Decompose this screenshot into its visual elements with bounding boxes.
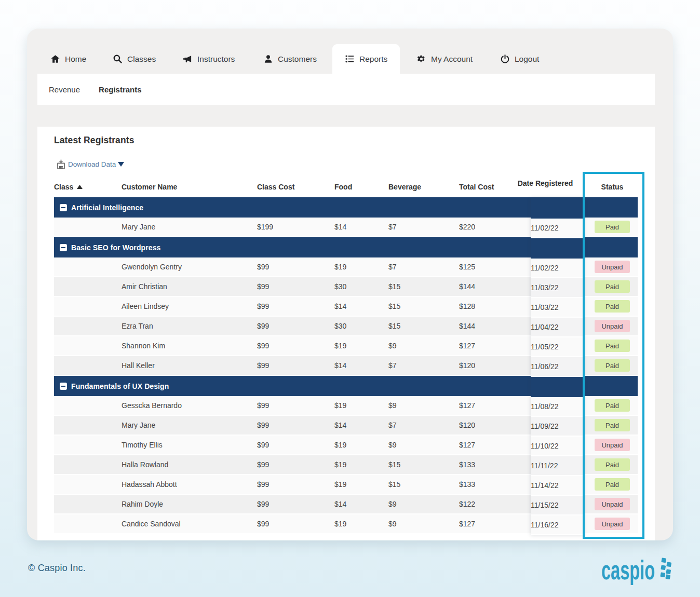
cell-class (54, 514, 122, 533)
status-badge: Paid (595, 458, 630, 471)
cell-total-cost: $120 (459, 356, 519, 375)
nav-item-my-account[interactable]: My Account (416, 44, 473, 74)
download-label: Download Data (68, 160, 116, 168)
cell-beverage: $9 (388, 495, 459, 513)
cell-food: $14 (334, 495, 388, 513)
column-header-beverage[interactable]: Beverage (388, 177, 459, 197)
cell-food: $19 (334, 455, 388, 474)
cell-status: Paid (585, 277, 639, 296)
cell-beverage: $15 (388, 317, 459, 335)
cell-class (54, 336, 122, 355)
cell-customer-name: Gwendolyn Gentry (122, 257, 257, 276)
cell-class-cost: $99 (257, 475, 334, 494)
date-registered-column-overlay: 11/02/2211/02/2211/03/2211/03/2211/04/22… (531, 198, 584, 535)
nav-item-label: Home (65, 55, 86, 64)
nav-item-logout[interactable]: Logout (500, 44, 539, 74)
cell-total-cost: $220 (459, 218, 519, 236)
collapse-icon[interactable] (60, 204, 67, 211)
column-header-class-cost[interactable]: Class Cost (257, 177, 334, 197)
page-title: Latest Registrants (54, 135, 134, 146)
cell-date-registered: 11/08/22 (531, 397, 584, 417)
nav-item-label: Instructors (197, 55, 235, 64)
nav-item-classes[interactable]: Classes (113, 44, 156, 74)
collapse-icon[interactable] (60, 383, 67, 390)
cell-total-cost: $133 (459, 455, 519, 474)
cell-class (54, 455, 122, 474)
cell-class-cost: $99 (257, 257, 334, 276)
cell-beverage: $15 (388, 455, 459, 474)
cell-class (54, 356, 122, 375)
cell-total-cost: $125 (459, 257, 519, 276)
column-header-total-cost[interactable]: Total Cost (459, 177, 519, 197)
nav-item-home[interactable]: Home (50, 44, 86, 74)
megaphone-icon (182, 54, 193, 64)
cell-total-cost: $133 (459, 475, 519, 494)
cell-total-cost: $127 (459, 436, 519, 454)
cell-status: Unpaid (585, 495, 639, 513)
cell-class-cost: $99 (257, 317, 334, 335)
search-icon (113, 54, 123, 64)
date-column-group-band (531, 198, 584, 219)
cell-beverage: $7 (388, 218, 459, 236)
copyright-text: © Caspio Inc. (28, 563, 86, 574)
cell-date-registered: 11/11/22 (531, 456, 584, 476)
cell-class-cost: $99 (257, 396, 334, 415)
list-icon (345, 54, 355, 64)
cell-customer-name: Timothy Ellis (122, 436, 257, 454)
caspio-logo-dots (660, 558, 671, 579)
cell-status: Unpaid (585, 317, 639, 335)
status-badge: Paid (595, 359, 630, 372)
cell-class (54, 257, 122, 276)
subnav-item-registrants[interactable]: Registrants (99, 85, 142, 94)
status-badge: Paid (595, 419, 630, 431)
cell-date-registered: 11/03/22 (531, 278, 584, 298)
subnav-item-revenue[interactable]: Revenue (49, 85, 80, 94)
status-badge: Paid (595, 300, 630, 313)
status-badge: Unpaid (595, 498, 630, 510)
status-badge: Unpaid (595, 261, 630, 273)
cell-total-cost: $120 (459, 416, 519, 435)
caret-down-icon (118, 162, 124, 167)
cell-date-registered: 11/14/22 (531, 476, 584, 496)
cell-class (54, 317, 122, 335)
cell-date-registered: 11/03/22 (531, 298, 584, 318)
cell-customer-name: Shannon Kim (122, 336, 257, 355)
cell-total-cost: $127 (459, 514, 519, 533)
cell-total-cost: $128 (459, 297, 519, 316)
status-badge: Unpaid (595, 518, 630, 530)
cell-class (54, 218, 122, 236)
nav-item-label: My Account (431, 55, 473, 64)
column-header-customer-name[interactable]: Customer Name (122, 177, 257, 197)
cell-status: Unpaid (585, 514, 639, 533)
nav-item-label: Reports (359, 55, 387, 64)
cell-class-cost: $99 (257, 356, 334, 375)
cell-class (54, 297, 122, 316)
column-header-food[interactable]: Food (334, 177, 388, 197)
nav-item-reports[interactable]: Reports (332, 44, 400, 74)
status-badge: Paid (595, 399, 630, 412)
cell-beverage: $9 (388, 336, 459, 355)
status-badge: Unpaid (595, 439, 630, 451)
group-name: Artificial Intelligence (71, 203, 143, 212)
cell-customer-name: Mary Jane (122, 416, 257, 435)
cell-food: $14 (334, 297, 388, 316)
cell-class-cost: $99 (257, 436, 334, 454)
column-header-status[interactable]: Status (585, 177, 639, 197)
collapse-icon[interactable] (60, 244, 67, 251)
cell-class (54, 416, 122, 435)
cell-total-cost: $144 (459, 317, 519, 335)
column-header-date-registered[interactable]: Date Registered (513, 179, 578, 187)
cell-food: $14 (334, 356, 388, 375)
column-header-class[interactable]: Class (54, 177, 122, 197)
nav-item-customers[interactable]: Customers (263, 44, 317, 74)
cell-beverage: $7 (388, 356, 459, 375)
cell-status: Paid (585, 396, 639, 415)
cell-beverage: $15 (388, 297, 459, 316)
cell-date-registered: 11/04/22 (531, 318, 584, 337)
group-name: Basic SEO for Wordpress (71, 243, 160, 252)
nav-item-instructors[interactable]: Instructors (182, 44, 235, 74)
cell-customer-name: Rahim Doyle (122, 495, 257, 513)
cell-food: $19 (334, 396, 388, 415)
status-badge: Paid (595, 340, 630, 352)
download-data-button[interactable]: Download Data (57, 159, 124, 169)
